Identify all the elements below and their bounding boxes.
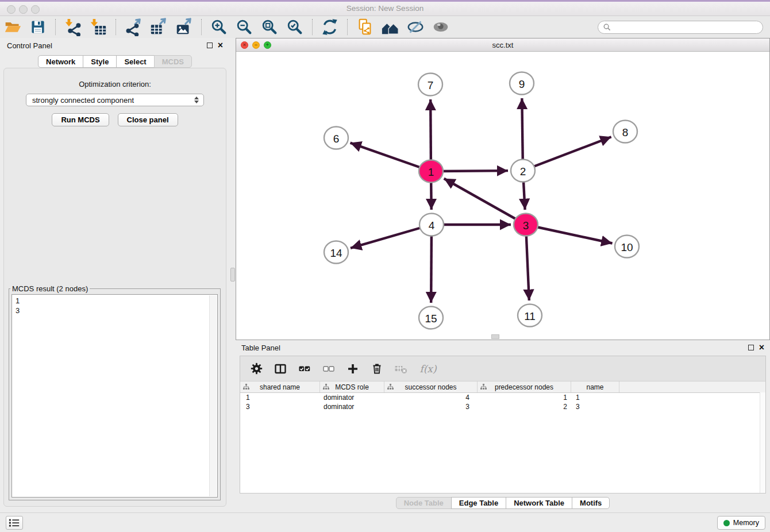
delete-columns-button[interactable]: [370, 362, 384, 376]
hierarchy-icon: [387, 384, 394, 390]
zoom-out-button[interactable]: [233, 17, 255, 37]
graph-node-7[interactable]: 7: [418, 74, 442, 96]
tab-mcds[interactable]: MCDS: [154, 55, 192, 68]
splitter-handle[interactable]: [230, 268, 235, 282]
cell-shared-name[interactable]: 1: [240, 394, 320, 402]
graph-edge-3-10[interactable]: [526, 225, 613, 244]
import-network-button[interactable]: [62, 17, 84, 37]
zoom-fit-button[interactable]: [259, 17, 280, 37]
export-table-button[interactable]: [148, 17, 170, 37]
create-column-button[interactable]: [346, 362, 360, 376]
table-settings-button[interactable]: [249, 362, 263, 376]
import-table-icon: [89, 18, 107, 36]
table-panel-float-button[interactable]: [748, 345, 754, 350]
show-graphics-button[interactable]: [430, 17, 452, 37]
cell-name[interactable]: 3: [571, 403, 619, 411]
export-network-button[interactable]: [122, 17, 144, 37]
column-header-successor-nodes[interactable]: successor nodes: [384, 381, 478, 392]
table-scrollbar[interactable]: [760, 392, 765, 493]
graph-node-11[interactable]: 11: [518, 304, 542, 327]
task-history-button[interactable]: [6, 516, 23, 530]
graph-node-14[interactable]: 14: [324, 241, 348, 264]
vertical-splitter[interactable]: [230, 38, 236, 512]
column-header-predecessor-nodes[interactable]: predecessor nodes: [478, 381, 571, 392]
memory-button[interactable]: Memory: [717, 516, 765, 530]
select-all-columns-button[interactable]: [298, 362, 311, 376]
cell-name[interactable]: 1: [571, 394, 619, 402]
graph-node-6[interactable]: 6: [324, 127, 348, 149]
import-table-button[interactable]: [87, 17, 109, 37]
graph-node-9[interactable]: 9: [510, 72, 534, 95]
table-toolbar: f(x): [240, 356, 765, 381]
result-scrollbar[interactable]: [209, 295, 217, 496]
zoom-selected-icon: [286, 18, 304, 36]
network-canvas[interactable]: 7968124314101511: [236, 52, 769, 340]
tab-network-table[interactable]: Network Table: [506, 497, 572, 509]
svg-text:11: 11: [524, 310, 536, 322]
graph-node-3[interactable]: 3: [514, 214, 538, 236]
open-session-button[interactable]: [2, 17, 24, 37]
save-session-button[interactable]: [27, 17, 49, 37]
table-panel: Table Panel ×: [236, 340, 770, 512]
houses-button[interactable]: [379, 17, 401, 37]
graph-node-15[interactable]: 15: [419, 307, 443, 329]
tab-motifs[interactable]: Motifs: [572, 497, 610, 509]
export-table-icon: [149, 18, 168, 36]
table-panel-close-button[interactable]: ×: [759, 343, 764, 352]
graph-node-2[interactable]: 2: [511, 160, 535, 182]
graph-edge-3-1[interactable]: [444, 179, 526, 225]
cell-mcds-role[interactable]: dominator: [320, 403, 384, 411]
column-header-shared-name[interactable]: shared name: [240, 381, 320, 392]
cell-mcds-role[interactable]: dominator: [320, 394, 384, 402]
control-panel: Control Panel × Network Style Select MCD…: [0, 38, 230, 512]
export-image-button[interactable]: [173, 17, 195, 37]
graph-node-8[interactable]: 8: [613, 121, 637, 143]
cell-successor-nodes[interactable]: 3: [384, 403, 478, 411]
tab-node-table[interactable]: Node Table: [396, 497, 452, 509]
zoom-selected-button[interactable]: [284, 17, 306, 37]
network-zoom-button[interactable]: +: [264, 41, 271, 49]
cell-shared-name[interactable]: 3: [240, 403, 320, 411]
cell-predecessor-nodes[interactable]: 1: [478, 394, 571, 402]
graph-edge-2-8[interactable]: [523, 137, 611, 171]
tab-edge-table[interactable]: Edge Table: [451, 497, 506, 509]
graph-node-10[interactable]: 10: [615, 236, 639, 258]
tab-style[interactable]: Style: [83, 55, 117, 68]
optimization-criterion-select[interactable]: strongly connected component: [26, 94, 204, 106]
control-panel-float-button[interactable]: [207, 43, 213, 48]
function-builder-button[interactable]: f(x): [418, 362, 438, 376]
table-row[interactable]: 1 dominator 4 1 1: [240, 393, 765, 402]
search-box[interactable]: [598, 21, 763, 34]
zoom-in-button[interactable]: [208, 17, 230, 37]
network-graph[interactable]: 7968124314101511: [236, 52, 769, 340]
graph-node-1[interactable]: 1: [419, 160, 443, 183]
copy-network-button[interactable]: [354, 17, 376, 37]
network-window-controls: × − +: [241, 41, 271, 49]
network-close-button[interactable]: ×: [241, 41, 248, 49]
tab-select[interactable]: Select: [116, 55, 154, 68]
column-header-mcds-role[interactable]: MCDS role: [320, 381, 384, 392]
horizontal-splitter-handle[interactable]: [491, 334, 499, 339]
show-column-panel-button[interactable]: [274, 362, 287, 376]
window-close-button[interactable]: [7, 5, 16, 14]
network-minimize-button[interactable]: −: [252, 41, 260, 49]
mcds-result-textarea[interactable]: 1 3: [11, 294, 218, 498]
delete-table-button[interactable]: [394, 362, 408, 376]
window-minimize-button[interactable]: [19, 5, 28, 14]
cell-successor-nodes[interactable]: 4: [384, 394, 478, 402]
window-zoom-button[interactable]: [31, 5, 40, 14]
graph-node-4[interactable]: 4: [419, 214, 444, 236]
cell-predecessor-nodes[interactable]: 2: [478, 403, 571, 411]
tab-network[interactable]: Network: [38, 55, 83, 68]
table-row[interactable]: 3 dominator 3 2 3: [240, 402, 765, 411]
unselect-all-columns-button[interactable]: [322, 362, 336, 376]
search-input[interactable]: [614, 22, 757, 32]
hide-graphics-button[interactable]: [405, 17, 426, 37]
control-panel-close-button[interactable]: ×: [218, 41, 223, 50]
close-panel-button[interactable]: Close panel: [118, 113, 178, 126]
run-mcds-button[interactable]: Run MCDS: [52, 113, 109, 126]
refresh-view-button[interactable]: [319, 17, 341, 37]
column-header-name[interactable]: name: [571, 381, 619, 392]
table-panel-title: Table Panel: [241, 344, 280, 352]
graph-edge-1-6[interactable]: [351, 143, 431, 171]
